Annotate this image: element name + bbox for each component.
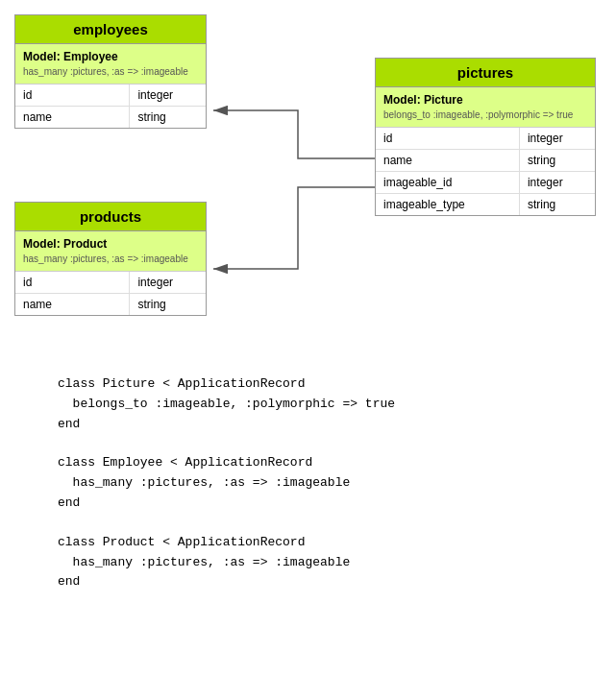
table-row: name string	[376, 149, 595, 171]
employees-model-sub: has_many :pictures, :as => :imageable	[23, 65, 198, 79]
code-block-employee: class Employee < ApplicationRecord has_m…	[58, 453, 558, 513]
products-header: products	[15, 203, 206, 231]
field-name: imageable_id	[376, 171, 519, 193]
code-line: class Product < ApplicationRecord	[58, 533, 558, 553]
code-line: end	[58, 494, 558, 514]
code-line: class Employee < ApplicationRecord	[58, 453, 558, 473]
employees-model-label: Model:	[23, 50, 63, 63]
code-area: class Picture < ApplicationRecord belong…	[0, 355, 616, 631]
products-model: Model: Product has_many :pictures, :as =…	[15, 231, 206, 272]
employees-table: employees Model: Employee has_many :pict…	[14, 14, 207, 129]
field-type: integer	[130, 272, 206, 294]
code-line: end	[58, 415, 558, 435]
diagram-area: employees Model: Employee has_many :pict…	[0, 0, 616, 355]
table-row: imageable_id integer	[376, 171, 595, 193]
products-model-label: Model:	[23, 237, 63, 251]
products-model-sub: has_many :pictures, :as => :imageable	[23, 253, 198, 266]
products-table: products Model: Product has_many :pictur…	[14, 202, 207, 316]
code-block-product: class Product < ApplicationRecord has_ma…	[58, 533, 558, 592]
table-row: imageable_type string	[376, 193, 595, 215]
field-name: id	[376, 128, 519, 150]
products-model-name: Product	[63, 237, 107, 251]
employees-model-name: Employee	[63, 50, 118, 63]
code-line: has_many :pictures, :as => :imageable	[58, 473, 558, 494]
field-name: name	[15, 106, 130, 128]
table-row: name string	[15, 293, 206, 315]
pictures-model-sub: belongs_to :imageable, :polymorphic => t…	[383, 109, 587, 122]
pictures-model-name: Picture	[424, 93, 463, 107]
employees-fields-table: id integer name string	[15, 84, 206, 128]
field-type: integer	[519, 128, 595, 150]
table-row: id integer	[376, 128, 595, 150]
field-type: integer	[519, 171, 595, 193]
table-row: id integer	[15, 84, 206, 107]
table-row: id integer	[15, 272, 206, 294]
field-type: string	[130, 293, 206, 315]
field-name: name	[376, 149, 519, 171]
field-type: string	[519, 193, 595, 215]
connector-pictures-products	[213, 187, 375, 269]
field-type: integer	[130, 84, 206, 107]
code-line: has_many :pictures, :as => :imageable	[58, 553, 558, 573]
pictures-fields-table: id integer name string imageable_id inte…	[376, 128, 595, 215]
field-name: name	[15, 293, 130, 315]
employees-header: employees	[15, 15, 206, 44]
field-name: imageable_type	[376, 193, 519, 215]
pictures-model-label: Model:	[383, 93, 424, 107]
field-name: id	[15, 84, 130, 107]
products-fields-table: id integer name string	[15, 272, 206, 315]
table-row: name string	[15, 106, 206, 128]
code-block-picture: class Picture < ApplicationRecord belong…	[58, 374, 558, 434]
code-line: end	[58, 572, 558, 592]
employees-model: Model: Employee has_many :pictures, :as …	[15, 44, 206, 84]
field-name: id	[15, 272, 130, 294]
code-line: class Picture < ApplicationRecord	[58, 374, 558, 395]
pictures-table: pictures Model: Picture belongs_to :imag…	[375, 58, 596, 216]
field-type: string	[519, 149, 595, 171]
connector-pictures-employees	[213, 110, 375, 158]
pictures-header: pictures	[376, 59, 595, 87]
code-line: belongs_to :imageable, :polymorphic => t…	[58, 395, 558, 415]
pictures-model: Model: Picture belongs_to :imageable, :p…	[376, 87, 595, 128]
field-type: string	[130, 106, 206, 128]
